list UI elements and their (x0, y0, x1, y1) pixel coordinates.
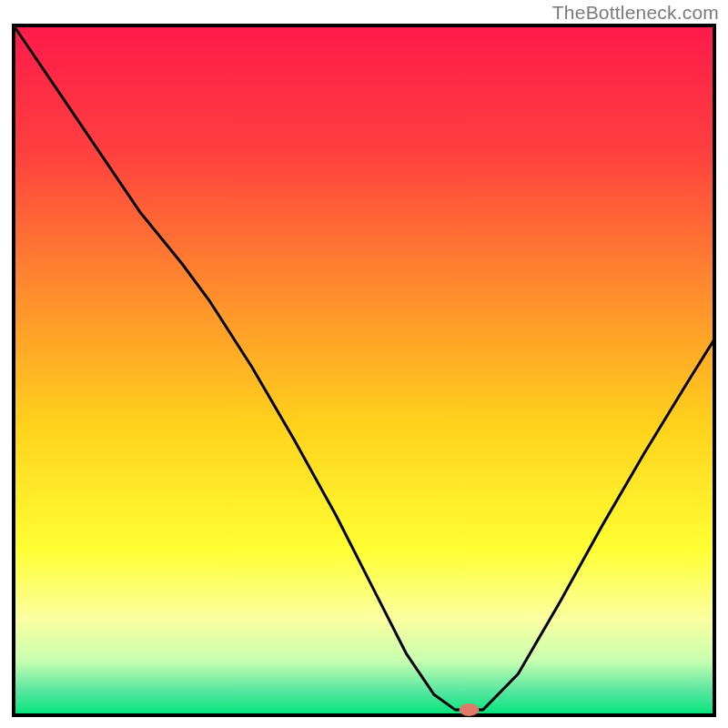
chart-container: TheBottleneck.com (0, 0, 728, 728)
watermark-text: TheBottleneck.com (552, 2, 719, 24)
optimal-marker (460, 703, 480, 716)
plot-background (14, 25, 714, 715)
bottleneck-chart (0, 0, 728, 728)
